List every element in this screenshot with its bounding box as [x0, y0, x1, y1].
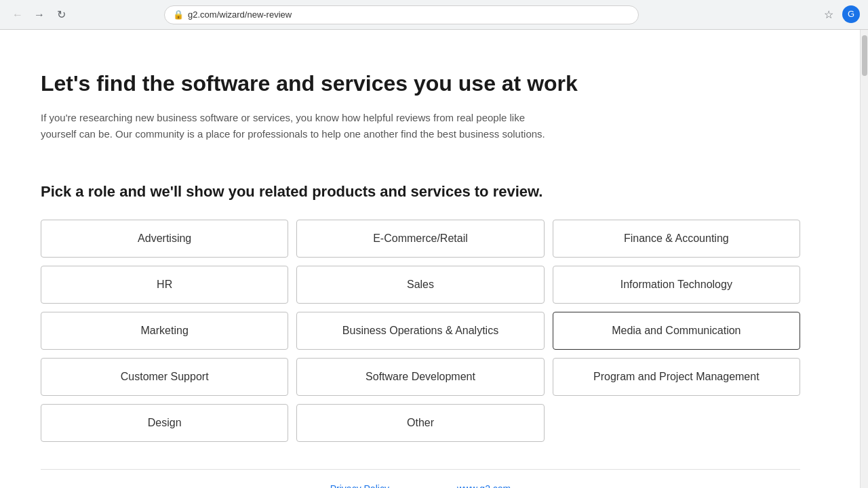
footer-links: Privacy Policy www.g2.com	[41, 483, 800, 488]
role-media-communication[interactable]: Media and Communication	[553, 312, 800, 350]
role-business-operations[interactable]: Business Operations & Analytics	[296, 312, 544, 350]
role-advertising[interactable]: Advertising	[41, 220, 288, 258]
lock-icon: 🔒	[173, 9, 184, 20]
role-other[interactable]: Other	[296, 404, 544, 442]
role-information-technology[interactable]: Information Technology	[553, 266, 800, 304]
role-hr[interactable]: HR	[41, 266, 288, 304]
url-text: g2.com/wizard/new-review	[188, 9, 292, 20]
main-content: Let's find the software and services you…	[0, 30, 860, 488]
role-program-project-management[interactable]: Program and Project Management	[553, 358, 800, 396]
browser-actions: ☆ G	[819, 5, 860, 24]
bookmark-button[interactable]: ☆	[819, 5, 838, 24]
roles-grid: Advertising E-Commerce/Retail Finance & …	[41, 220, 800, 442]
role-marketing[interactable]: Marketing	[41, 312, 288, 350]
forward-button[interactable]: →	[30, 5, 49, 24]
role-ecommerce[interactable]: E-Commerce/Retail	[296, 220, 544, 258]
section-title: Pick a role and we'll show you related p…	[41, 183, 800, 201]
scrollbar-thumb[interactable]	[862, 35, 867, 76]
role-sales[interactable]: Sales	[296, 266, 544, 304]
nav-buttons: ← → ↻	[8, 5, 71, 24]
reload-button[interactable]: ↻	[52, 5, 71, 24]
role-software-development[interactable]: Software Development	[296, 358, 544, 396]
address-bar[interactable]: 🔒 g2.com/wizard/new-review	[164, 5, 639, 24]
privacy-policy-link[interactable]: Privacy Policy	[330, 483, 389, 488]
page-title: Let's find the software and services you…	[41, 70, 800, 96]
g2-url-link[interactable]: www.g2.com	[457, 483, 511, 488]
page-wrapper: Let's find the software and services you…	[0, 30, 868, 488]
role-customer-support[interactable]: Customer Support	[41, 358, 288, 396]
footer-divider	[41, 469, 800, 470]
back-button[interactable]: ←	[8, 5, 27, 24]
role-design[interactable]: Design	[41, 404, 288, 442]
browser-chrome: ← → ↻ 🔒 g2.com/wizard/new-review ☆ G	[0, 0, 868, 30]
user-avatar[interactable]: G	[842, 5, 860, 23]
page-content: Let's find the software and services you…	[0, 30, 841, 488]
role-finance[interactable]: Finance & Accounting	[553, 220, 800, 258]
scrollbar[interactable]	[860, 30, 868, 488]
page-description: If you're researching new business softw…	[41, 110, 556, 142]
